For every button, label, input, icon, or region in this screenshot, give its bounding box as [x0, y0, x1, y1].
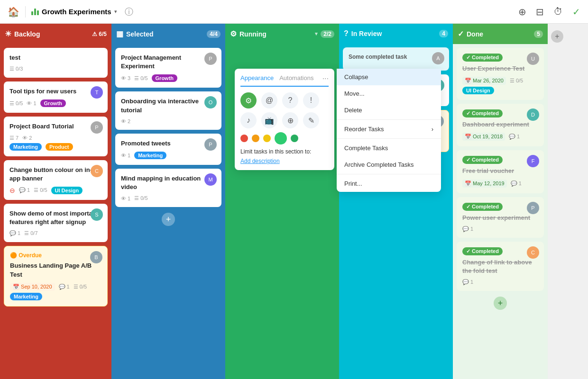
menu-archive[interactable]: Archive Completed Tasks — [337, 156, 441, 173]
add-icon[interactable]: ⊕ — [518, 6, 526, 18]
completed-badge: ✓ Completed — [462, 54, 503, 62]
filter-icon[interactable]: ⊟ — [536, 6, 544, 18]
card-meta: 📅 Oct 19, 2018 💬 1 — [462, 133, 538, 141]
print-label: Print... — [344, 180, 362, 187]
card-show-demo[interactable]: S Show demo of most important features r… — [4, 204, 108, 242]
comment-icon: 👁 1 — [27, 100, 36, 106]
card-meta: ⊖ 💬 1 ☰ 0/5 UI Design — [9, 187, 102, 194]
card-dashboard[interactable]: D ✓ Completed Dashboard experiment 📅 Oct… — [457, 104, 544, 146]
board-wrapper: ☀ Backlog ⚠ 6/5 test ☰ 0/3 T Tool tips f… — [0, 24, 588, 379]
plus-circle-icon-btn[interactable]: ⊕ — [282, 112, 298, 128]
comment-icon: 💬 1 — [511, 180, 522, 187]
menu-complete-tasks[interactable]: Complete Tasks — [337, 140, 441, 156]
question-icon-btn[interactable]: ? — [282, 92, 298, 108]
col-done: ✓ Done 5 U ✓ Completed User Experience T… — [453, 24, 548, 379]
selected-icon: ▦ — [116, 29, 123, 38]
card-button-colour[interactable]: C Change button colour on in-app banner … — [4, 160, 108, 200]
card-meta: 👁 1 Marketing — [121, 152, 216, 159]
pen-icon-btn[interactable]: ✎ — [303, 112, 319, 128]
completed-badge: ✓ Completed — [462, 247, 503, 255]
checkmark-icon[interactable]: ✓ — [572, 6, 580, 18]
avatar: U — [527, 53, 539, 65]
menu-print[interactable]: Print... — [337, 175, 441, 192]
color-yellow[interactable] — [263, 135, 271, 142]
comment-icon: 👁 2 — [121, 118, 130, 124]
card-title: Tool tips for new users — [9, 87, 102, 96]
at-icon-btn[interactable]: @ — [261, 92, 277, 108]
comment-icon: 💬 1 — [59, 284, 70, 290]
running-title: Running — [239, 30, 312, 38]
info-icon[interactable]: ⓘ — [125, 6, 133, 18]
context-menu: Collapse Move... Delete Reorder Tasks › … — [337, 69, 441, 192]
card-free-trial[interactable]: F ✓ Completed Free trial voucher 📅 May 1… — [457, 150, 544, 193]
color-green-active[interactable] — [275, 132, 287, 144]
project-title-area[interactable]: Growth Experiments ▾ — [31, 8, 117, 16]
card-ux-test[interactable]: U ✓ Completed User Experience Test 📅 Mar… — [457, 48, 544, 100]
card-title: Onboarding via interactive tutorial — [121, 97, 216, 114]
card-project-mgmt[interactable]: P Project Management Experiment 👁 3 ☰ 0/… — [115, 48, 221, 88]
home-icon[interactable]: 🏠 — [8, 6, 19, 18]
col-header-done: ✓ Done 5 — [453, 24, 548, 44]
avatar: P — [204, 53, 217, 65]
col-header-inreview: ? In Review 4 — [339, 24, 453, 44]
done-cards: U ✓ Completed User Experience Test 📅 Mar… — [453, 44, 548, 379]
card-title: Change of link to above the fold test — [462, 258, 538, 275]
more-icon[interactable]: ··· — [322, 74, 329, 83]
menu-move[interactable]: Move... — [337, 85, 441, 102]
clock-icon[interactable]: ⏱ — [553, 6, 563, 17]
card-mind-mapping[interactable]: M Mind mapping in education video 👁 1 ☰ … — [115, 169, 221, 207]
running-count: 2/2 — [321, 30, 334, 38]
subtask-icon: ☰ 0/5 — [134, 195, 147, 201]
card-power-user[interactable]: P ✓ Completed Power user experiment 💬 1 — [457, 197, 544, 238]
backlog-cards: test ☰ 0/3 T Tool tips for new users ☰ 0… — [0, 44, 111, 379]
card-meta: 💬 1 — [462, 226, 538, 232]
col-header-backlog: ☀ Backlog ⚠ 6/5 — [0, 24, 111, 44]
tab-automations[interactable]: Automations — [279, 74, 313, 83]
avatar: T — [91, 86, 103, 99]
card-business-landing[interactable]: B 🟠 Overdue Business Landing Page A/B Te… — [4, 246, 108, 306]
card-meta: 👁 3 ☰ 0/5 Growth — [121, 74, 216, 82]
exclaim-icon-btn[interactable]: ! — [303, 92, 319, 108]
avatar: P — [91, 121, 103, 134]
tab-appearance[interactable]: Appearance — [240, 74, 274, 83]
music-icon-btn[interactable]: ♪ — [240, 112, 257, 128]
color-darkgreen[interactable] — [291, 135, 298, 142]
selected-cards: P Project Management Experiment 👁 3 ☰ 0/… — [111, 44, 225, 379]
date-badge: 📅 Mar 26, 2020 — [462, 77, 506, 85]
completed-badge: ✓ Completed — [462, 156, 503, 164]
gear-icon-btn[interactable]: ⚙ — [240, 92, 257, 108]
topnav-right: ⊕ ⊟ ⏱ ✓ — [518, 6, 580, 18]
add-description-link[interactable]: Add description — [240, 158, 329, 164]
color-orange[interactable] — [252, 135, 259, 142]
add-column-button[interactable]: + — [551, 30, 563, 43]
delete-label: Delete — [344, 107, 362, 114]
menu-collapse[interactable]: Collapse — [337, 69, 441, 85]
card-onboarding[interactable]: O Onboarding via interactive tutorial 👁 … — [115, 91, 221, 129]
chevron-down-icon: ▾ — [114, 9, 117, 15]
date-badge: 📅 Sep 10, 2020 — [10, 283, 55, 291]
card-title: Some completed task — [349, 53, 443, 61]
comment-icon: 💬 1 — [509, 134, 520, 140]
card-title: Power user experiment — [462, 214, 538, 222]
tag-marketing: Marketing — [134, 152, 166, 159]
card-link-change[interactable]: C ✓ Completed Change of link to above th… — [457, 242, 544, 291]
card-tooltips[interactable]: T Tool tips for new users ☰ 0/5 👁 1 Grow… — [4, 81, 108, 113]
card-project-board[interactable]: P Project Board Tutorial ☰ 7 👁 2 Marketi… — [4, 117, 108, 156]
menu-divider — [337, 119, 441, 120]
add-column-area: + — [548, 24, 567, 379]
card-meta: 💬 1 — [462, 279, 538, 285]
card-test[interactable]: test ☰ 0/3 — [4, 48, 108, 78]
subtask-icon: ☰ 0/3 — [9, 66, 23, 72]
color-red[interactable] — [240, 135, 248, 142]
card-ir1[interactable]: A Some completed task — [343, 47, 449, 71]
done-title: Done — [467, 30, 531, 38]
comment-icon: 💬 1 — [9, 230, 20, 236]
running-chevron[interactable]: ▾ — [315, 31, 318, 37]
add-card-done-button[interactable]: + — [494, 297, 507, 310]
menu-reorder[interactable]: Reorder Tasks › — [337, 121, 441, 137]
tv-icon-btn[interactable]: 📺 — [261, 112, 277, 128]
menu-delete[interactable]: Delete — [337, 102, 441, 118]
card-promoted-tweets[interactable]: P Promoted tweets 👁 1 Marketing — [115, 134, 221, 165]
add-card-button[interactable]: + — [162, 213, 175, 226]
eye-icon: 👁 2 — [22, 135, 32, 141]
